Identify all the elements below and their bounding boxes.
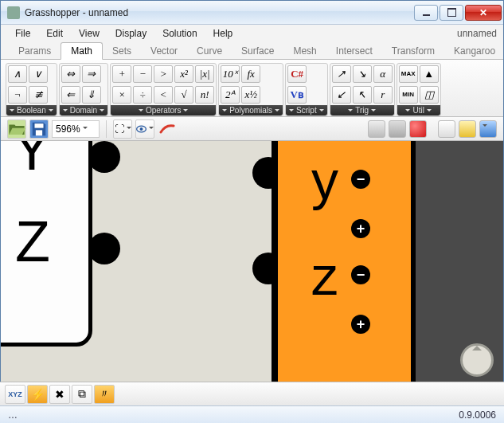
ribbon: ∧∨¬≢Boolean⇔⇒⇐⇓Domain+−>x²|x|×÷<√n!Opera…: [1, 60, 503, 117]
ribbon-group-label[interactable]: Boolean: [6, 105, 57, 116]
titlebar: Grasshopper - unnamed: [1, 1, 503, 25]
shade-cylinder2-icon[interactable]: [389, 120, 406, 138]
shade-blue-icon[interactable]: [479, 120, 497, 138]
param-label: Z: [15, 209, 50, 274]
ribbon-button[interactable]: −: [133, 65, 152, 83]
ribbon-button[interactable]: ⇔: [61, 65, 80, 83]
open-button[interactable]: [7, 119, 26, 139]
ribbon-group-label[interactable]: Trig: [330, 105, 394, 116]
ribbon-button[interactable]: x²: [174, 65, 193, 83]
ribbon-button[interactable]: ↙: [332, 86, 351, 104]
xyz-button[interactable]: XYZ: [5, 385, 25, 404]
minimize-button[interactable]: [414, 5, 438, 21]
ribbon-button[interactable]: ≢: [29, 86, 48, 104]
ribbon-button[interactable]: ∧: [8, 65, 27, 83]
ribbon-button[interactable]: >: [154, 65, 173, 83]
tab-transform[interactable]: Transform: [382, 43, 444, 59]
ribbon-button[interactable]: C#: [287, 65, 307, 83]
output-grip-icon[interactable]: [88, 141, 120, 173]
tab-surface[interactable]: Surface: [232, 43, 283, 59]
output-grip-icon[interactable]: [88, 233, 120, 264]
shade-grey-icon[interactable]: [438, 120, 455, 138]
ribbon-button[interactable]: r: [373, 86, 393, 104]
close-button[interactable]: [465, 5, 502, 21]
menu-solution[interactable]: Solution: [154, 26, 205, 41]
tab-curve[interactable]: Curve: [187, 43, 232, 59]
tab-params[interactable]: Params: [9, 43, 61, 59]
ribbon-group-label[interactable]: Operators: [111, 105, 216, 116]
ribbon-button[interactable]: ∨: [29, 65, 48, 83]
ribbon-button[interactable]: x½: [241, 86, 260, 104]
ribbon-button[interactable]: |x|: [195, 65, 214, 83]
ribbon-button[interactable]: ⇒: [82, 65, 101, 83]
plug-button[interactable]: ✖: [49, 385, 70, 404]
ribbon-button[interactable]: 10ˣ: [221, 65, 240, 83]
shade-cylinder1-icon[interactable]: [368, 120, 385, 138]
menu-view[interactable]: View: [71, 26, 107, 41]
shade-red-icon[interactable]: [409, 120, 427, 138]
tab-mesh[interactable]: Mesh: [283, 43, 326, 59]
shade-yellow-icon[interactable]: [459, 120, 476, 138]
minus-port-icon[interactable]: −: [351, 170, 370, 189]
menu-file[interactable]: File: [7, 26, 38, 41]
tab-sets[interactable]: Sets: [103, 43, 141, 59]
zoom-field[interactable]: 596%: [52, 120, 100, 138]
svg-point-3: [140, 127, 143, 131]
brace-button[interactable]: 〃: [94, 385, 115, 404]
ribbon-button[interactable]: n!: [195, 86, 214, 104]
tab-math[interactable]: Math: [61, 42, 103, 60]
ribbon-button[interactable]: ▲: [420, 65, 439, 83]
ribbon-button[interactable]: MIN: [399, 86, 418, 104]
menubar: File Edit View Display Solution Help unn…: [1, 25, 503, 42]
menu-display[interactable]: Display: [107, 26, 154, 41]
ribbon-button[interactable]: ⇐: [61, 86, 80, 104]
zoom-extents-button[interactable]: ⛶: [113, 119, 132, 139]
ribbon-button[interactable]: ÷: [133, 86, 152, 104]
canvas[interactable]: Y Z y z EV − + − +: [1, 141, 503, 382]
save-button[interactable]: [29, 119, 49, 139]
menu-help[interactable]: Help: [205, 26, 241, 41]
tab-intersect[interactable]: Intersect: [326, 43, 382, 59]
tab-vector[interactable]: Vector: [141, 43, 187, 59]
canvas-toolbar: 596% ⛶: [1, 117, 503, 141]
separator: [106, 120, 107, 138]
ribbon-group-trig: ↗↘α↙↖rTrig: [330, 63, 395, 116]
copy-button[interactable]: ⧉: [72, 385, 92, 404]
spark-button[interactable]: ⚡: [27, 385, 48, 404]
ribbon-button[interactable]: 2ᴬ: [221, 86, 240, 104]
ribbon-button[interactable]: ↖: [353, 86, 372, 104]
ribbon-group-label[interactable]: Polynomials: [219, 105, 283, 116]
ribbon-button[interactable]: ◫: [420, 86, 439, 104]
tab-kangaroo[interactable]: Kangaroo: [444, 43, 504, 59]
ribbon-group-label[interactable]: Util: [397, 105, 440, 116]
ribbon-button[interactable]: √: [174, 86, 193, 104]
maximize-button[interactable]: [440, 5, 463, 21]
plus-port-icon[interactable]: +: [351, 219, 370, 238]
ribbon-group-label[interactable]: Domain: [60, 105, 107, 116]
ribbon-group-label[interactable]: Script: [286, 105, 327, 116]
ribbon-button[interactable]: ↘: [353, 65, 372, 83]
preview-button[interactable]: [135, 119, 154, 139]
menu-edit[interactable]: Edit: [38, 26, 71, 41]
ribbon-button[interactable]: Vʙ: [287, 86, 307, 104]
ribbon-button[interactable]: α: [373, 65, 393, 83]
sketch-button[interactable]: [158, 119, 177, 139]
status-toolbar: XYZ ⚡ ✖ ⧉ 〃: [0, 382, 504, 405]
ribbon-button[interactable]: +: [112, 65, 131, 83]
ribbon-button[interactable]: ×: [112, 86, 131, 104]
app-icon: [7, 6, 20, 19]
param-label: Y: [13, 141, 51, 182]
ribbon-button[interactable]: ⇓: [82, 86, 101, 104]
ribbon-group-util: MAX▲MIN◫Util: [397, 63, 441, 116]
ribbon-button[interactable]: MAX: [399, 65, 418, 83]
ribbon-button[interactable]: ↗: [332, 65, 351, 83]
plus-port-icon[interactable]: +: [351, 315, 370, 334]
ribbon-button[interactable]: ¬: [8, 86, 27, 104]
param-label: z: [311, 245, 338, 307]
document-name: unnamed: [457, 28, 497, 39]
minus-port-icon[interactable]: −: [351, 265, 370, 284]
ribbon-group-script: C#VʙScript: [285, 63, 328, 116]
compass-icon[interactable]: [460, 343, 494, 377]
ribbon-button[interactable]: fx: [241, 65, 260, 83]
ribbon-button[interactable]: <: [154, 86, 173, 104]
